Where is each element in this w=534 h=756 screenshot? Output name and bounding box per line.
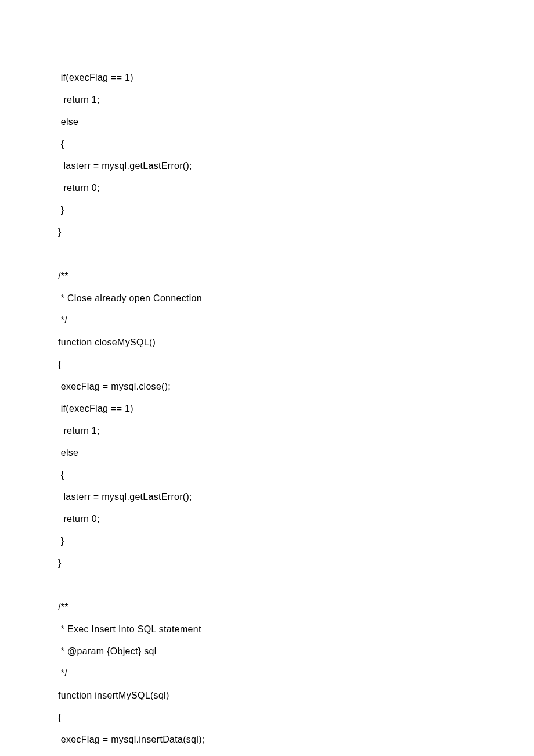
document-page: if(execFlag == 1) return 1; else { laste… — [0, 0, 534, 756]
code-block: if(execFlag == 1) return 1; else { laste… — [58, 67, 476, 751]
